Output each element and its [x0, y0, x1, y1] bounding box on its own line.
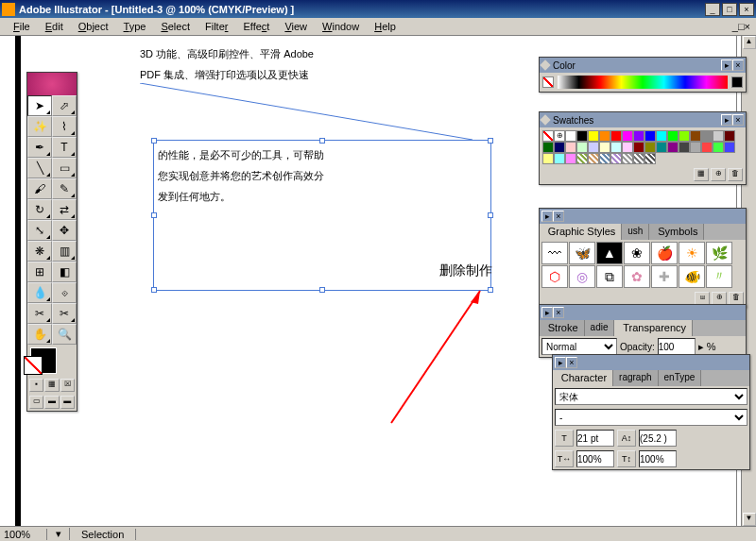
blend-mode-select[interactable]: Normal — [541, 338, 617, 355]
swatch-color[interactable] — [679, 130, 690, 142]
tab-opentype[interactable]: enType — [659, 370, 702, 386]
swatch-color[interactable] — [724, 130, 735, 142]
menu-file[interactable]: File — [6, 19, 38, 34]
handle-top-left[interactable] — [151, 138, 157, 144]
panel-flyout-button[interactable]: ▸ — [555, 357, 566, 368]
screen-mode-normal[interactable]: ▭ — [29, 396, 43, 409]
graph-tool[interactable]: ▥ — [52, 241, 77, 262]
scroll-up-button[interactable]: ▲ — [743, 36, 756, 49]
font-family-select[interactable]: 宋体 — [555, 388, 747, 405]
tab-character[interactable]: Character — [553, 370, 613, 386]
swatch-color[interactable] — [644, 142, 656, 153]
swatch-color[interactable] — [610, 142, 622, 153]
leading-input[interactable] — [639, 430, 677, 447]
zoom-dropdown[interactable]: ▾ — [47, 528, 70, 540]
collapse-icon[interactable] — [540, 59, 550, 70]
close-button[interactable]: × — [739, 3, 754, 16]
pen-tool[interactable]: ✒ — [27, 137, 52, 158]
slice-tool[interactable]: ✂ — [27, 303, 52, 324]
swatch-color[interactable] — [690, 142, 701, 153]
vscale-input[interactable] — [639, 450, 677, 467]
rectangle-tool[interactable]: ▭ — [52, 158, 77, 178]
type-tool[interactable]: T — [52, 137, 77, 158]
gradient-tool[interactable]: ◧ — [52, 262, 77, 282]
panel-flyout-button[interactable]: ▸ — [721, 114, 732, 126]
menu-filter[interactable]: Filter — [198, 19, 235, 34]
line-tool[interactable]: ╲ — [27, 158, 52, 178]
swatch-color[interactable] — [713, 142, 724, 153]
swatch-color[interactable] — [667, 130, 679, 142]
swatch-color[interactable] — [701, 142, 713, 153]
swatch-color[interactable] — [633, 142, 644, 153]
mesh-tool[interactable]: ⊞ — [27, 262, 52, 282]
zoom-tool[interactable]: 🔍 — [52, 324, 77, 345]
swatch-pattern[interactable] — [576, 153, 588, 164]
tab-symbols[interactable]: Symbols — [649, 224, 704, 240]
menu-type[interactable]: Type — [116, 19, 154, 34]
tab-graphic-styles[interactable]: Graphic Styles — [540, 224, 622, 240]
handle-mid-right[interactable] — [488, 212, 493, 218]
scroll-down-button[interactable]: ▼ — [743, 513, 756, 526]
tab-gradient[interactable]: adie — [585, 320, 615, 336]
handle-bot-right[interactable] — [488, 287, 493, 293]
handle-mid-left[interactable] — [151, 212, 157, 218]
style-leaves[interactable]: 〃 — [706, 265, 732, 288]
swatch-color[interactable] — [576, 142, 588, 153]
handle-bot-left[interactable] — [151, 287, 157, 293]
maximize-button[interactable]: □ — [722, 3, 737, 16]
panel-header[interactable]: ▸ × — [540, 305, 746, 320]
font-size-input[interactable] — [576, 430, 614, 447]
panel-header[interactable]: ▸ × — [553, 355, 749, 370]
menu-select[interactable]: Select — [153, 19, 198, 34]
handle-top-mid[interactable] — [319, 138, 325, 144]
style-shield[interactable]: ⬡ — [541, 265, 568, 288]
tab-transparency[interactable]: Transparency — [614, 320, 693, 336]
swatch-color[interactable] — [656, 130, 667, 142]
new-style-button[interactable]: ⊕ — [712, 292, 727, 305]
swatch-color[interactable] — [633, 130, 644, 142]
swatch-color[interactable] — [724, 142, 735, 153]
doc-maximize-button[interactable]: □ — [738, 21, 745, 32]
selection-tool[interactable]: ➤ — [27, 95, 52, 116]
none-mode-button[interactable]: ☒ — [60, 379, 75, 392]
swatch-none[interactable] — [542, 130, 554, 142]
panel-flyout-button[interactable]: ▸ — [541, 211, 553, 222]
minimize-button[interactable]: _ — [705, 3, 720, 16]
style-swirl[interactable]: 〰 — [541, 242, 568, 264]
delete-swatch-button[interactable]: 🗑 — [728, 168, 743, 181]
menu-view[interactable]: View — [277, 19, 315, 34]
panel-header[interactable]: ▸ × — [540, 209, 746, 224]
hand-tool[interactable]: ✋ — [27, 324, 52, 345]
magic-wand-tool[interactable]: ✨ — [27, 116, 52, 137]
swatch-registration[interactable]: ⊕ — [554, 130, 565, 142]
tab-brushes[interactable]: ush — [622, 224, 649, 240]
panel-flyout-button[interactable]: ▸ — [721, 59, 732, 71]
panel-header[interactable]: Swatches ▸ × — [540, 112, 746, 127]
swatch-color[interactable] — [656, 142, 667, 153]
swatch-color[interactable] — [565, 153, 576, 164]
swatch-color[interactable] — [644, 130, 656, 142]
swatch-color[interactable] — [554, 153, 565, 164]
style-grass[interactable]: 🌿 — [706, 242, 732, 264]
handle-top-right[interactable] — [488, 138, 493, 144]
swatch-color[interactable] — [599, 130, 610, 142]
gradient-mode-button[interactable]: ▦ — [44, 379, 59, 392]
panel-close-button[interactable]: × — [732, 114, 744, 126]
menu-edit[interactable]: Edit — [38, 19, 71, 34]
direct-selection-tool[interactable]: ⬀ — [52, 95, 77, 116]
hscale-input[interactable] — [576, 450, 614, 467]
swatch-color[interactable] — [554, 142, 565, 153]
screen-mode-full-menu[interactable]: ▬ — [44, 396, 59, 409]
panel-close-button[interactable]: × — [553, 307, 564, 318]
swatch-pattern[interactable] — [599, 153, 610, 164]
lasso-tool[interactable]: ⌇ — [52, 116, 77, 137]
swatch-color[interactable] — [622, 130, 633, 142]
color-none-swatch[interactable] — [542, 76, 554, 88]
swatch-color[interactable] — [713, 130, 724, 142]
swatch-pattern[interactable] — [610, 153, 622, 164]
doc-close-button[interactable]: × — [745, 21, 750, 32]
menu-effect[interactable]: Effect — [235, 19, 277, 34]
opacity-input[interactable] — [658, 338, 696, 355]
swatch-color[interactable] — [588, 142, 599, 153]
menu-window[interactable]: Window — [315, 19, 367, 34]
